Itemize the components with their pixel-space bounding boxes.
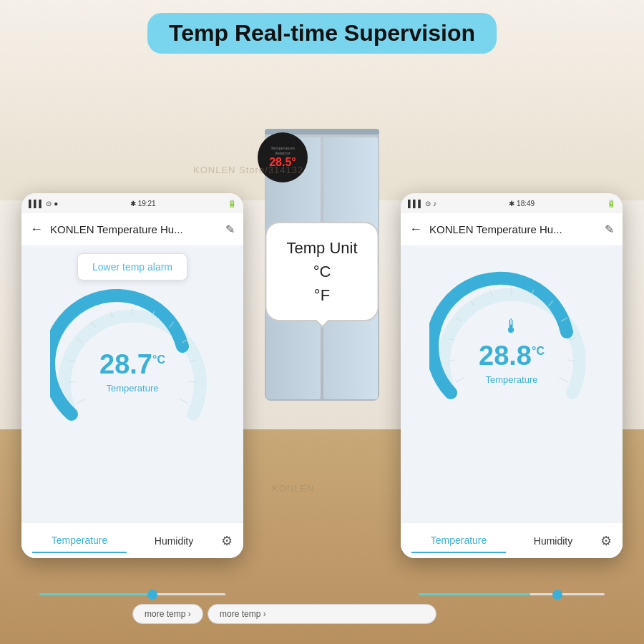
- gauge-right: 🌡 28.8°C Temperature: [429, 268, 594, 432]
- speech-line3: °F: [286, 283, 357, 307]
- status-right-right: 🔋: [607, 200, 615, 208]
- phone-content-right: 🌡 28.8°C Temperature: [401, 246, 623, 522]
- signal-icon-right: ▌▌▌: [408, 200, 423, 208]
- tab-temperature-right[interactable]: Temperature: [411, 529, 506, 553]
- music-icon-right: ♪: [433, 200, 436, 208]
- main-title: Temp Real-time Supervision: [147, 13, 497, 54]
- temp-label-left: Temperature: [107, 383, 159, 394]
- notif-icon-left: ●: [54, 200, 58, 208]
- alarm-popup: Lower temp alarm: [77, 253, 187, 280]
- header-title-left: KONLEN Temperature Hu...: [50, 223, 218, 235]
- gauge-left: 28.7°C Temperature: [50, 289, 215, 454]
- settings-icon-left[interactable]: ⚙: [221, 533, 233, 549]
- bluetooth-icon-left: ✱: [130, 200, 136, 208]
- svg-line-0: [77, 399, 84, 404]
- wifi-icon-right: ⊙: [425, 200, 431, 208]
- wifi-icon-left: ⊙: [46, 200, 52, 208]
- slider-track-left[interactable]: [39, 593, 225, 595]
- signal-icon-left: ▌▌▌: [29, 200, 44, 208]
- slider-thumb-right[interactable]: [552, 590, 562, 600]
- tab-temperature-left[interactable]: Temperature: [32, 529, 127, 553]
- detector-label: Temperaturedetector: [270, 146, 295, 156]
- slider-thumb-left[interactable]: [147, 590, 157, 600]
- status-time-left: 19:21: [138, 200, 156, 208]
- slider-track-right[interactable]: [419, 593, 605, 595]
- edit-button-right[interactable]: ✎: [605, 223, 614, 236]
- more-temp-button-left[interactable]: more temp ›: [132, 604, 203, 624]
- phone-left: ▌▌▌ ⊙ ● ✱ 19:21 🔋 ← KONLEN Temperature H…: [21, 193, 243, 558]
- speech-line2: °C: [286, 260, 357, 283]
- gauge-center-left: 28.7°C Temperature: [99, 349, 165, 394]
- svg-line-25: [560, 378, 567, 383]
- status-left-left: ▌▌▌ ⊙ ●: [29, 200, 58, 208]
- tab-humidity-right[interactable]: Humidity: [506, 530, 600, 552]
- temp-value-left: 28.7°C: [99, 349, 165, 380]
- status-bar-left: ▌▌▌ ⊙ ● ✱ 19:21 🔋: [21, 193, 243, 213]
- tab-bar-left: Temperature Humidity ⚙: [21, 522, 243, 558]
- phone-header-left: ← KONLEN Temperature Hu... ✎: [21, 213, 243, 246]
- status-time-right: 18:49: [517, 200, 535, 208]
- phone-content-left: Lower temp alarm: [21, 246, 243, 522]
- thermometer-icon-right: 🌡: [502, 316, 521, 338]
- svg-line-12: [180, 399, 188, 404]
- status-left-right: ▌▌▌ ⊙ ♪: [408, 200, 436, 208]
- edit-button-left[interactable]: ✎: [225, 223, 235, 236]
- back-button-right[interactable]: ←: [409, 222, 422, 237]
- phone-header-right: ← KONLEN Temperature Hu... ✎: [401, 213, 623, 246]
- battery-icon-left: 🔋: [228, 200, 236, 208]
- status-bar-right: ▌▌▌ ⊙ ♪ ✱ 18:49 🔋: [401, 193, 623, 213]
- temp-value-right: 28.8°C: [479, 341, 545, 371]
- header-title-right: KONLEN Temperature Hu...: [429, 223, 597, 235]
- watermark-2: KONLEN: [272, 483, 314, 494]
- tab-humidity-left[interactable]: Humidity: [127, 530, 221, 552]
- tab-bar-right: Temperature Humidity ⚙: [401, 522, 623, 558]
- slider-section-right: [401, 593, 623, 595]
- more-temp-button-right[interactable]: more temp ›: [208, 604, 436, 624]
- phone-right: ▌▌▌ ⊙ ♪ ✱ 18:49 🔋 ← KONLEN Temperature H…: [401, 193, 623, 558]
- back-button-left[interactable]: ←: [30, 222, 43, 237]
- settings-icon-right[interactable]: ⚙: [600, 533, 612, 549]
- svg-line-13: [456, 378, 464, 383]
- battery-icon-right: 🔋: [607, 200, 615, 208]
- gauge-center-right: 🌡 28.8°C Temperature: [479, 316, 545, 385]
- watermark-1: KONLEN Store/314132: [193, 165, 303, 175]
- status-right-left: 🔋: [228, 200, 236, 208]
- speech-line1: Temp Unit: [286, 236, 357, 260]
- status-center-right: ✱ 18:49: [509, 200, 535, 208]
- speech-bubble: Temp Unit °C °F: [265, 222, 379, 321]
- status-center-left: ✱ 19:21: [130, 200, 156, 208]
- bluetooth-icon-right: ✱: [509, 200, 514, 208]
- temp-label-right: Temperature: [486, 374, 538, 385]
- slider-section-left: [21, 593, 243, 595]
